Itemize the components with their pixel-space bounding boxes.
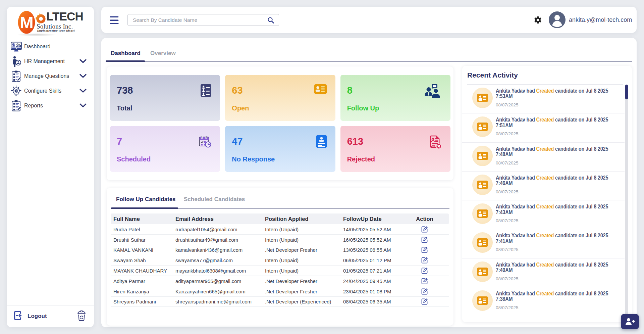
table-header: Full Name Email Address Position Applied… xyxy=(111,213,449,224)
table-row: Hiren Kanzariya Kanzariyahiren665@gmail.… xyxy=(111,286,449,297)
hamburger-menu-icon[interactable] xyxy=(110,15,119,24)
stat-label: Total xyxy=(117,104,132,112)
avatar[interactable] xyxy=(549,11,566,28)
edit-icon[interactable] xyxy=(421,278,428,284)
candidate-card-icon xyxy=(472,116,493,137)
stat-label: No Response xyxy=(232,155,275,163)
activity-what: candidate on Jul 8 2025 xyxy=(555,146,608,152)
tab-scheduled-candidates[interactable]: Scheduled Candidates xyxy=(184,196,245,203)
edit-icon[interactable] xyxy=(421,236,428,243)
table-body: Rudra Patel rudrapatel1054@gmail.com Int… xyxy=(111,224,449,307)
candidate-card-icon xyxy=(472,203,493,224)
cell-email: Kanzariyahiren665@gmail.com xyxy=(175,288,246,294)
cell-position: Intern (Unpaid) xyxy=(265,226,299,232)
cell-full-name: Drushti Suthar xyxy=(113,237,146,242)
activity-time: 7:38AM xyxy=(496,296,605,302)
brand-tagline: Implementing your ideas! xyxy=(37,29,75,32)
sidebar-item-reports[interactable]: Reports xyxy=(7,98,94,113)
sidebar-item-dashboard[interactable]: Dashboard xyxy=(7,39,94,54)
activity-date: 08/07/2025 xyxy=(496,102,519,107)
activity-text: Ankita Yadav had Created candidate on Ju… xyxy=(496,88,605,99)
table-row: MAYANK CHAUDHARY mayankbhatol6308@gmail.… xyxy=(111,266,449,276)
add-candidate-button[interactable] xyxy=(621,314,639,329)
people-chat-icon xyxy=(424,84,442,100)
cell-date: 16/05/2025 05:52 AM xyxy=(343,237,391,242)
activity-item[interactable]: Ankita Yadav had Created candidate on Ju… xyxy=(462,143,625,172)
stat-card-follow-up: 8 Follow Up xyxy=(340,75,450,121)
activity-action: Created xyxy=(536,290,554,297)
trash-recycle-icon[interactable] xyxy=(77,311,86,322)
brand-monogram: M xyxy=(20,13,34,32)
activity-action: Created xyxy=(536,203,554,210)
column-header-followup-date: FollowUp Date xyxy=(343,216,382,222)
gear-icon[interactable] xyxy=(534,16,541,23)
activity-text: Ankita Yadav had Created candidate on Ju… xyxy=(496,146,605,157)
column-header-full-name: Full Name xyxy=(113,216,140,222)
activity-scrollbar-track[interactable] xyxy=(625,85,628,316)
cell-full-name: Aditya Parmar xyxy=(113,278,145,284)
activity-item[interactable]: Ankita Yadav had Created candidate on Ju… xyxy=(462,229,625,258)
edit-icon[interactable] xyxy=(421,298,428,305)
activity-item[interactable]: Ankita Yadav had Created candidate on Ju… xyxy=(462,85,625,113)
recent-activity-list: Ankita Yadav had Created candidate on Ju… xyxy=(462,85,625,316)
cell-email: shreyanspadmani.me@gmail.com xyxy=(175,299,252,304)
tab-dashboard[interactable]: Dashboard xyxy=(111,50,141,57)
activity-text: Ankita Yadav had Created candidate on Ju… xyxy=(496,262,605,273)
tabs-divider xyxy=(106,61,632,62)
logout-button[interactable]: Logout xyxy=(7,309,94,324)
sidebar-item-manage-questions[interactable]: Manage Questions xyxy=(7,69,94,84)
table-row: Rudra Patel rudrapatel1054@gmail.com Int… xyxy=(111,224,449,235)
edit-icon[interactable] xyxy=(421,288,428,295)
stat-value: 8 xyxy=(347,85,353,96)
activity-time: 7:48AM xyxy=(496,152,605,157)
user-email[interactable]: ankita.y@mol-tech.com xyxy=(569,16,632,23)
activity-item[interactable]: Ankita Yadav had Created candidate on Ju… xyxy=(462,200,625,229)
search-input[interactable] xyxy=(128,14,279,26)
sidebar-item-hr-management[interactable]: HR Management xyxy=(7,54,94,69)
candidate-card-icon xyxy=(472,88,493,108)
chevron-down-icon xyxy=(79,103,87,109)
activity-item[interactable]: Ankita Yadav had Created candidate on Ju… xyxy=(462,113,625,142)
activity-date: 08/07/2025 xyxy=(496,305,519,310)
activity-action: Created xyxy=(536,232,554,239)
activity-action: Created xyxy=(536,175,554,181)
activity-what: candidate on Jul 8 2025 xyxy=(555,88,608,94)
activity-text: Ankita Yadav had Created candidate on Ju… xyxy=(496,233,605,244)
chevron-down-icon xyxy=(79,58,87,64)
activity-item[interactable]: Ankita Yadav had Created candidate on Ju… xyxy=(462,258,625,287)
cell-date: 23/04/2025 01:08 PM xyxy=(343,288,391,294)
activity-date: 08/07/2025 xyxy=(496,247,519,252)
sidebar-nav: Dashboard HR Management xyxy=(7,39,94,113)
rejected-doc-icon xyxy=(429,135,442,150)
edit-icon[interactable] xyxy=(421,226,428,233)
activity-item[interactable]: Ankita Yadav had Created candidate on Ju… xyxy=(462,172,625,200)
cell-email: adityaparmar955@gmail.com xyxy=(175,278,241,284)
stat-card-scheduled: 7 Scheduled xyxy=(110,126,220,172)
stat-value: 63 xyxy=(232,85,243,96)
tab-follow-up-candidates[interactable]: Follow Up Candidates xyxy=(116,196,176,203)
activity-date: 08/07/2025 xyxy=(496,276,519,281)
activity-scrollbar-thumb[interactable] xyxy=(625,85,628,99)
activity-what: candidate on Jul 8 2025 xyxy=(555,261,608,268)
stat-card-rejected: 613 Rejected xyxy=(340,126,450,172)
cell-full-name: MAYANK CHAUDHARY xyxy=(113,268,167,274)
activity-time: 7:46AM xyxy=(496,181,605,186)
recent-activity-panel: Recent Activity xyxy=(462,66,632,322)
edit-icon[interactable] xyxy=(421,246,428,253)
activity-time: 7:51AM xyxy=(496,123,605,128)
chevron-down-icon xyxy=(79,88,87,94)
sidebar-item-configure-skills[interactable]: Configure Skills xyxy=(7,84,94,98)
activity-what: candidate on Jul 8 2025 xyxy=(555,232,608,239)
sidebar-item-label: Manage Questions xyxy=(24,73,69,79)
search-icon[interactable] xyxy=(267,17,274,25)
activity-text: Ankita Yadav had Created candidate on Ju… xyxy=(496,117,605,128)
activity-text: Ankita Yadav had Created candidate on Ju… xyxy=(496,175,605,186)
cell-date: 13/05/2025 06:55 AM xyxy=(343,247,391,253)
activity-date: 08/07/2025 xyxy=(496,131,519,136)
tab-overview[interactable]: Overview xyxy=(150,50,176,57)
edit-icon[interactable] xyxy=(421,267,428,274)
stat-label: Open xyxy=(232,104,249,112)
cell-email: kamalvankani436@gmail.com xyxy=(175,247,243,253)
edit-icon[interactable] xyxy=(421,257,428,264)
activity-item[interactable]: Ankita Yadav had Created candidate on Ju… xyxy=(462,287,625,316)
